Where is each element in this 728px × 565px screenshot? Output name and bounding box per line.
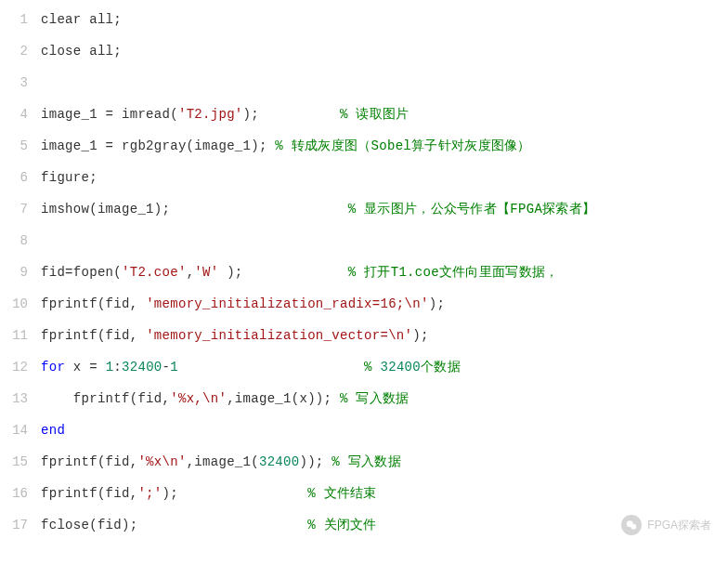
code-block: 1clear all;2close all;34image_1 = imread… [0, 0, 728, 545]
code-content: fid=fopen('T2.coe','W' ); % 打开T1.coe文件向里… [41, 256, 559, 288]
code-content: clear all; [41, 4, 122, 35]
watermark: FPGA探索者 [621, 515, 711, 535]
line-number: 9 [0, 256, 41, 288]
code-line: 1clear all; [0, 4, 728, 35]
code-content: fprintf(fid,'%x\n',image_1(32400)); % 写入… [41, 446, 401, 478]
code-line: 11fprintf(fid, 'memory_initialization_ve… [0, 320, 728, 351]
code-content: for x = 1:32400-1 % 32400个数据 [41, 351, 461, 383]
line-number: 2 [0, 35, 41, 67]
code-content: fprintf(fid,'%x,\n',image_1(x)); % 写入数据 [41, 383, 410, 414]
line-number: 8 [0, 225, 41, 256]
code-line: 9fid=fopen('T2.coe','W' ); % 打开T1.coe文件向… [0, 256, 728, 288]
code-line: 10fprintf(fid, 'memory_initialization_ra… [0, 288, 728, 320]
line-number: 16 [0, 478, 41, 509]
code-line: 15fprintf(fid,'%x\n',image_1(32400)); % … [0, 446, 728, 478]
code-line: 6figure; [0, 162, 728, 193]
code-line: 8 [0, 225, 728, 256]
code-content: close all; [41, 35, 122, 67]
code-content: image_1 = rgb2gray(image_1); % 转成灰度图（Sob… [41, 130, 531, 162]
code-line: 14end [0, 414, 728, 446]
code-line: 2close all; [0, 35, 728, 67]
code-content: end [41, 414, 65, 446]
line-number: 12 [0, 351, 41, 383]
code-content: fclose(fid); % 关闭文件 [41, 509, 377, 541]
line-number: 13 [0, 383, 41, 414]
code-content: figure; [41, 162, 98, 193]
code-content: image_1 = imread('T2.jpg'); % 读取图片 [41, 99, 410, 130]
line-number: 6 [0, 162, 41, 193]
code-line: 12for x = 1:32400-1 % 32400个数据 [0, 351, 728, 383]
code-content: fprintf(fid, 'memory_initialization_vect… [41, 320, 429, 351]
line-number: 4 [0, 99, 41, 130]
code-line: 3 [0, 67, 728, 99]
code-line: 16fprintf(fid,';'); % 文件结束 [0, 478, 728, 509]
line-number: 3 [0, 67, 41, 99]
watermark-text: FPGA探索者 [647, 518, 711, 533]
line-number: 15 [0, 446, 41, 478]
code-line: 4image_1 = imread('T2.jpg'); % 读取图片 [0, 99, 728, 130]
code-content: fprintf(fid, 'memory_initialization_radi… [41, 288, 445, 320]
svg-point-1 [631, 524, 637, 530]
code-line: 17fclose(fid); % 关闭文件 [0, 509, 728, 541]
code-content: fprintf(fid,';'); % 文件结束 [41, 478, 377, 509]
line-number: 17 [0, 509, 41, 541]
line-number: 7 [0, 193, 41, 225]
line-number: 14 [0, 414, 41, 446]
code-content: imshow(image_1); % 显示图片，公众号作者【FPGA探索者】 [41, 193, 595, 225]
code-line: 7imshow(image_1); % 显示图片，公众号作者【FPGA探索者】 [0, 193, 728, 225]
code-line: 5image_1 = rgb2gray(image_1); % 转成灰度图（So… [0, 130, 728, 162]
line-number: 10 [0, 288, 41, 320]
code-line: 13 fprintf(fid,'%x,\n',image_1(x)); % 写入… [0, 383, 728, 414]
line-number: 11 [0, 320, 41, 351]
line-number: 1 [0, 4, 41, 35]
line-number: 5 [0, 130, 41, 162]
wechat-icon [621, 515, 642, 535]
